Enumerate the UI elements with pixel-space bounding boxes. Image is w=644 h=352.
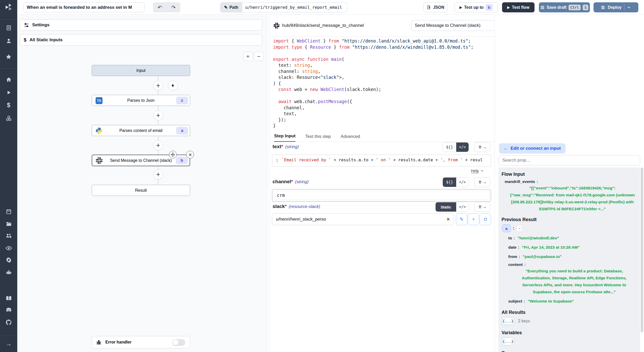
- zoom-in-button[interactable]: +: [243, 52, 253, 61]
- help-link[interactable]: Help: [471, 169, 484, 173]
- panel-resizer[interactable]: [267, 15, 270, 352]
- folders-icon[interactable]: [0, 219, 17, 229]
- add-step-button[interactable]: [153, 111, 163, 120]
- prop-value[interactable]: "Welcome to Supabase": [528, 299, 574, 303]
- zoom-out-button[interactable]: −: [254, 52, 264, 61]
- text-expression-editor[interactable]: 1 `Email received by ` + results.a.to + …: [272, 155, 491, 166]
- move-node-button[interactable]: [169, 151, 177, 158]
- workspace-icon[interactable]: [0, 23, 17, 33]
- test-flow-button[interactable]: ▶ Test flow: [502, 2, 535, 12]
- flow-input-heading: Flow Input: [502, 172, 637, 177]
- windmill-logo-icon[interactable]: [0, 2, 17, 12]
- add-step-button[interactable]: [153, 170, 163, 179]
- search-prop-input[interactable]: [498, 155, 640, 165]
- workers-robot-icon[interactable]: [0, 267, 17, 278]
- prop-row[interactable]: date: "Fri, Apr 14, 2023 at 10:28 AM": [502, 244, 637, 251]
- clear-resource-icon[interactable]: ✕: [446, 217, 450, 222]
- error-handler-node[interactable]: Error handler: [92, 336, 190, 348]
- prop-row[interactable]: content: "Everything you need to build a…: [502, 262, 637, 295]
- docs-book-icon[interactable]: [0, 293, 17, 303]
- template-mode-segment[interactable]: ${}: [443, 143, 456, 152]
- static-mode-segment[interactable]: Static: [436, 202, 456, 212]
- redo-icon[interactable]: ↷: [171, 4, 176, 11]
- result-a-chip[interactable]: a: [502, 224, 511, 232]
- code-mode-segment[interactable]: </>: [456, 178, 469, 187]
- connect-input-plug-button[interactable]: →: [474, 142, 490, 152]
- trigger-lightning-button[interactable]: [168, 81, 178, 90]
- user-icon[interactable]: [0, 36, 17, 46]
- variables-heading: Variables: [502, 330, 637, 336]
- path-control[interactable]: ✎ Path u/henri/triggered_by_email_report…: [220, 2, 348, 12]
- resources-cubes-icon[interactable]: [0, 113, 17, 123]
- slack-resource-picker[interactable]: u/henri/henri_slack_perso ✕: [272, 213, 454, 225]
- add-step-button[interactable]: [153, 140, 163, 150]
- delete-node-button[interactable]: [186, 151, 194, 158]
- prop-value[interactable]: "paul@supabase.io": [523, 254, 562, 259]
- channel-input[interactable]: [274, 191, 489, 200]
- code-editor[interactable]: import { WebClient } from "https://deno.…: [273, 38, 492, 130]
- tab-advanced[interactable]: Advanced: [341, 131, 360, 142]
- all-static-inputs-button[interactable]: $ All Static Inputs: [20, 34, 262, 46]
- discord-icon[interactable]: [0, 305, 17, 315]
- error-handler-toggle[interactable]: [172, 339, 185, 346]
- groups-users-icon[interactable]: [0, 231, 17, 241]
- audit-eye-icon[interactable]: [0, 243, 17, 253]
- chevron-down-icon[interactable]: [627, 5, 631, 9]
- settings-gear-icon[interactable]: [0, 255, 17, 265]
- test-up-to-button[interactable]: ▶ Test up to b: [454, 2, 498, 12]
- path-label: Path: [229, 5, 238, 10]
- template-mode-segment[interactable]: ${}: [443, 178, 456, 187]
- refresh-resource-button[interactable]: [480, 213, 491, 225]
- sliders-icon: [24, 22, 29, 28]
- prop-value[interactable]: "Everything you need to build a product:…: [508, 267, 637, 295]
- collapse-chip[interactable]: -: [516, 225, 523, 232]
- json-button[interactable]: JSON: [423, 2, 447, 12]
- play-icon: ▶: [460, 5, 462, 9]
- undo-icon[interactable]: ↶: [158, 4, 162, 11]
- schedules-calendar-icon[interactable]: [0, 206, 17, 217]
- connect-props-panel: ← Edit or connect an input Flow Input ma…: [495, 15, 644, 352]
- deploy-button[interactable]: Deploy: [594, 2, 638, 12]
- all-results-object-chip[interactable]: {...}: [502, 317, 514, 325]
- connect-input-plug-button[interactable]: →: [474, 202, 490, 212]
- variables-dollar-icon[interactable]: $: [0, 100, 17, 110]
- code-mode-segment[interactable]: </>: [456, 143, 469, 152]
- variables-object-chip[interactable]: {...}: [502, 338, 514, 345]
- path-value[interactable]: u/henri/triggered_by_email_report_email: [242, 3, 347, 12]
- prop-row[interactable]: to: "henri@windmill.dev": [502, 234, 637, 241]
- favorites-star-icon[interactable]: [0, 52, 17, 62]
- flow-node-input[interactable]: Input: [92, 65, 190, 76]
- home-icon[interactable]: [0, 74, 17, 85]
- edit-resource-button[interactable]: ✎: [456, 213, 467, 225]
- prop-value[interactable]: "henri@windmill.dev": [518, 236, 559, 240]
- expression-code[interactable]: `Email received by ` + results.a.to + ' …: [282, 157, 482, 164]
- refresh-icon: [483, 217, 488, 222]
- code-mode-segment[interactable]: </>: [456, 202, 469, 212]
- save-draft-button[interactable]: Save draft Ctrl S: [539, 2, 590, 12]
- prop-value[interactable]: "Fri, Apr 14, 2023 at 10:28 AM": [522, 245, 580, 249]
- add-resource-button[interactable]: +: [468, 213, 479, 225]
- github-icon[interactable]: [0, 317, 17, 328]
- flow-node-step-c[interactable]: TS Parses to Json c: [92, 95, 190, 106]
- add-step-button[interactable]: [153, 81, 163, 90]
- field-label-channel: channel*(string): [273, 179, 309, 185]
- arrow-right-icon: →: [483, 180, 487, 185]
- runs-play-icon[interactable]: [0, 87, 17, 98]
- field-label-text: text*(string): [273, 144, 299, 149]
- edit-or-connect-button[interactable]: ← Edit or connect an input: [499, 143, 565, 154]
- prop-row[interactable]: from: "paul@supabase.io": [502, 253, 637, 260]
- prop-value[interactable]: "[{"event":"inbound","ts":1683819426,"ms…: [505, 184, 637, 212]
- flow-title-input[interactable]: [23, 2, 145, 12]
- prop-row[interactable]: subject: "Welcome to Supabase": [502, 298, 637, 305]
- flow-node-result[interactable]: Result: [92, 185, 190, 196]
- flow-node-step-a[interactable]: Parses content of email a: [92, 125, 190, 136]
- tab-test-this-step[interactable]: Test this step: [305, 131, 331, 142]
- prop-row[interactable]: mandrill_events: "[{"event":"inbound","t…: [502, 179, 637, 212]
- props-scrollbar[interactable]: [641, 167, 643, 332]
- connect-input-plug-button[interactable]: →: [474, 177, 490, 187]
- flow-settings-button[interactable]: Settings: [20, 19, 262, 31]
- collapse-arrow-icon[interactable]: →: [0, 339, 17, 349]
- tab-step-input[interactable]: Step Input: [274, 131, 295, 142]
- hub-script-path[interactable]: hub/849/slack/send_message_to_channel: [282, 23, 364, 28]
- plug-icon: [478, 205, 482, 209]
